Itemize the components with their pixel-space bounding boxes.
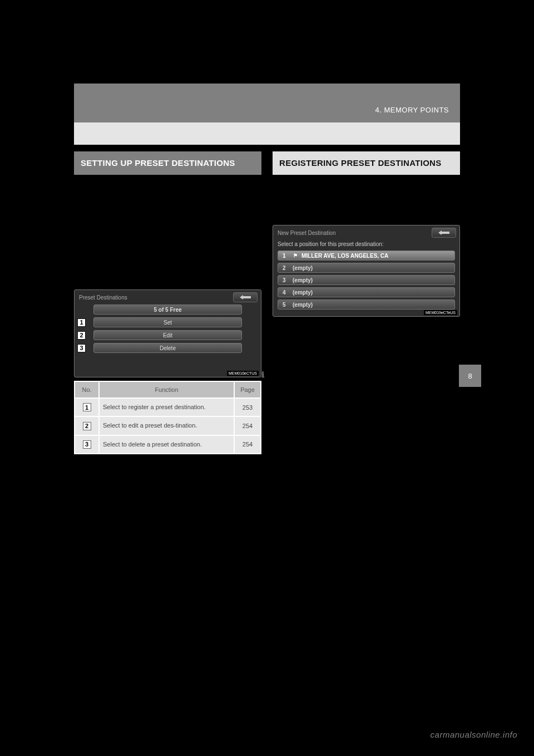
preset-slot-1[interactable]: 1 ⚑ MILLER AVE, LOS ANGELES, CA bbox=[278, 251, 455, 261]
spacer bbox=[273, 175, 460, 225]
slot-label-2: (empty) bbox=[293, 265, 313, 271]
header-white-strip bbox=[74, 122, 460, 145]
image-id-right: MEM019eCTeUS bbox=[424, 310, 457, 315]
spacer bbox=[74, 175, 261, 289]
back-arrow-icon bbox=[437, 230, 451, 235]
table-func-2: Select to edit a preset des-tination. bbox=[99, 416, 234, 435]
slot-label-1: MILLER AVE, LOS ANGELES, CA bbox=[301, 253, 388, 259]
back-button[interactable] bbox=[233, 292, 258, 302]
slot-num-3: 3 bbox=[283, 277, 293, 283]
table-row: 2 Select to edit a preset des-tination. … bbox=[75, 416, 261, 435]
preset-destinations-screenshot: Preset Destinations 5 of 5 Free 1 Set 2 … bbox=[74, 289, 261, 377]
set-button[interactable]: Set bbox=[93, 317, 242, 327]
image-id-left: MEM010eCTUS bbox=[227, 371, 259, 376]
callout-box-1: 1 bbox=[77, 318, 86, 327]
table-page-3: 254 bbox=[234, 435, 261, 454]
section-title-left: SETTING UP PRESET DESTINATIONS bbox=[74, 151, 261, 175]
callout-box-3: 3 bbox=[77, 344, 86, 352]
table-row: 3 Select to delete a preset destination.… bbox=[75, 435, 261, 454]
flag-icon: ⚑ bbox=[293, 253, 298, 258]
chapter-title: 4. MEMORY POINTS bbox=[375, 106, 449, 114]
preset-slot-3[interactable]: 3 (empty) bbox=[278, 275, 455, 285]
watermark: carmanualsonline.info bbox=[431, 730, 517, 739]
table-header-no: No. bbox=[75, 381, 99, 398]
table-func-3: Select to delete a preset destination. bbox=[99, 435, 234, 454]
callout-box-2: 2 bbox=[77, 331, 86, 340]
screenshot-title: Preset Destinations bbox=[79, 294, 127, 301]
free-count-bar: 5 of 5 Free bbox=[93, 305, 242, 315]
section-title-right: REGISTERING PRESET DESTINATIONS bbox=[273, 151, 460, 175]
slot-label-3: (empty) bbox=[293, 277, 313, 283]
preset-slot-2[interactable]: 2 (empty) bbox=[278, 263, 455, 273]
slot-label-4: (empty) bbox=[293, 289, 313, 296]
table-num-3: 3 bbox=[83, 440, 91, 449]
edit-button[interactable]: Edit bbox=[93, 330, 242, 340]
table-func-1: Select to register a preset destination. bbox=[99, 398, 234, 416]
screenshot2-title: New Preset Destination bbox=[278, 230, 336, 236]
slot-label-5: (empty) bbox=[293, 302, 313, 308]
slot-num-4: 4 bbox=[283, 289, 293, 296]
back-button-2[interactable] bbox=[432, 228, 456, 238]
table-num-1: 1 bbox=[83, 403, 91, 411]
page-section-tab: 8 bbox=[459, 365, 481, 387]
delete-button[interactable]: Delete bbox=[93, 343, 242, 353]
preset-slot-4[interactable]: 4 (empty) bbox=[278, 287, 455, 297]
slot-num-1: 1 bbox=[283, 253, 293, 259]
function-table: No. Function Page 1 Select to register a… bbox=[74, 381, 261, 454]
info-icon: ℹ bbox=[261, 370, 267, 376]
screenshot2-subtitle: Select a position for this preset destin… bbox=[273, 240, 459, 251]
slot-num-5: 5 bbox=[283, 302, 293, 308]
table-num-2: 2 bbox=[83, 422, 91, 430]
back-arrow-icon bbox=[239, 294, 252, 300]
table-page-1: 253 bbox=[234, 398, 261, 416]
table-header-page: Page bbox=[234, 381, 261, 398]
table-header-function: Function bbox=[99, 381, 234, 398]
preset-slot-5[interactable]: 5 (empty) bbox=[278, 300, 455, 310]
new-preset-screenshot: New Preset Destination Select a position… bbox=[273, 225, 460, 317]
slot-num-2: 2 bbox=[283, 265, 293, 271]
table-row: 1 Select to register a preset destinatio… bbox=[75, 398, 261, 416]
table-page-2: 254 bbox=[234, 416, 261, 435]
